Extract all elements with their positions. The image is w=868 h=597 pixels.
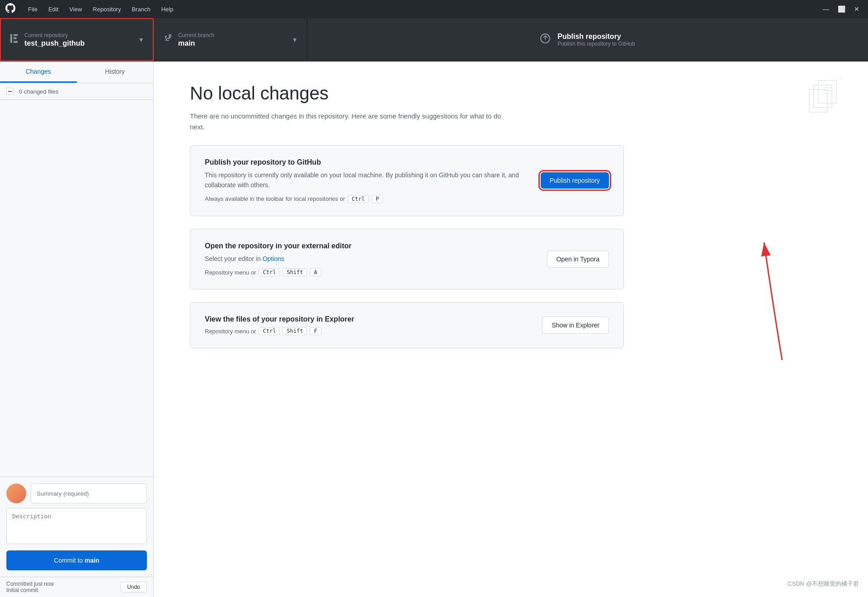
publish-icon (540, 33, 550, 46)
commit-area: Commit to main (0, 477, 153, 577)
github-logo-icon (5, 3, 15, 15)
changed-files-count: 0 changed files (19, 88, 58, 95)
publish-repository-button[interactable]: Publish repository (541, 172, 609, 189)
kbd-f: F (310, 327, 321, 335)
changed-files-bar: 0 changed files (0, 83, 153, 100)
summary-input[interactable] (31, 483, 147, 503)
publish-card-title: Publish your repository to GitHub (205, 158, 523, 166)
menu-repository[interactable]: Repository (93, 6, 121, 13)
publish-card-left: Publish your repository to GitHub This r… (205, 158, 523, 203)
menu-help[interactable]: Help (161, 6, 174, 13)
editor-card-desc: Select your editor in Options (205, 254, 529, 264)
publish-toolbar-section[interactable]: Publish repository Publish this reposito… (307, 18, 868, 61)
sidebar-tabs: Changes History (0, 62, 153, 83)
maximize-button[interactable]: ⬜ (837, 5, 845, 13)
repo-content: Current repository test_push_github (24, 32, 134, 47)
avatar (6, 483, 26, 503)
branch-label: Current branch (178, 32, 288, 38)
minimize-button[interactable]: — (822, 5, 830, 13)
branch-dropdown-icon: ▼ (292, 36, 298, 43)
repo-icon (9, 33, 19, 46)
publish-toolbar-subtitle: Publish this repository to GitHub (557, 41, 635, 47)
undo-button[interactable]: Undo (120, 582, 147, 592)
changed-files-checkbox[interactable] (6, 88, 14, 95)
no-changes-title: No local changes (190, 83, 832, 104)
tab-history[interactable]: History (77, 62, 154, 83)
current-branch-section[interactable]: Current branch main ▼ (154, 18, 307, 61)
repo-name: test_push_github (24, 39, 134, 47)
publish-card-hint: Always available in the toolbar for loca… (205, 195, 523, 203)
svg-rect-3 (14, 37, 17, 39)
kbd-p: P (372, 195, 383, 203)
svg-rect-0 (10, 34, 12, 43)
no-changes-desc: There are no uncommitted changes in this… (190, 111, 506, 133)
current-repo-section[interactable]: Current repository test_push_github ▼ (0, 18, 154, 61)
explorer-card-hint: Repository menu or Ctrl Shift F (205, 327, 524, 335)
description-input[interactable] (6, 508, 147, 544)
main-layout: Changes History 0 changed files Commit t… (0, 62, 868, 597)
sidebar-spacer (0, 100, 153, 477)
publish-card-desc: This repository is currently only availa… (205, 170, 523, 190)
svg-rect-4 (8, 91, 12, 92)
kbd-shift-2: Shift (283, 327, 307, 335)
svg-rect-1 (14, 34, 18, 36)
title-bar: File Edit View Repository Branch Help — … (0, 0, 868, 18)
window-controls: — ⬜ ✕ (822, 5, 861, 13)
branch-name: main (178, 39, 288, 47)
commit-top (6, 483, 147, 503)
kbd-shift: Shift (283, 268, 307, 276)
close-button[interactable]: ✕ (853, 5, 861, 13)
menu-edit[interactable]: Edit (48, 6, 58, 13)
editor-card-hint: Repository menu or Ctrl Shift A (205, 268, 529, 276)
committed-info: Committed just now Initial commit Undo (0, 577, 153, 597)
publish-content: Publish repository Publish this reposito… (557, 33, 635, 47)
explorer-card-left: View the files of your repository in Exp… (205, 315, 524, 335)
toolbar: Current repository test_push_github ▼ Cu… (0, 18, 868, 62)
svg-rect-6 (814, 85, 832, 108)
menu-branch[interactable]: Branch (132, 6, 150, 13)
branch-icon (163, 33, 173, 46)
editor-card: Open the repository in your external edi… (190, 229, 624, 289)
sidebar: Changes History 0 changed files Commit t… (0, 62, 154, 597)
repo-label: Current repository (24, 32, 134, 38)
repo-dropdown-icon: ▼ (138, 36, 144, 43)
watermark: CSDN @不想睡觉的橘子君 (788, 580, 859, 588)
publish-card: Publish your repository to GitHub This r… (190, 145, 624, 216)
options-link[interactable]: Options (263, 255, 284, 262)
branch-content: Current branch main (178, 32, 288, 47)
menu-file[interactable]: File (28, 6, 38, 13)
explorer-card-title: View the files of your repository in Exp… (205, 315, 524, 323)
kbd-a: A (310, 268, 321, 276)
content-area: No local changes There are no uncommitte… (154, 62, 868, 597)
tab-changes[interactable]: Changes (0, 62, 77, 83)
kbd-ctrl: Ctrl (348, 195, 369, 203)
open-in-typora-button[interactable]: Open in Typora (547, 251, 609, 268)
menu-bar: File Edit View Repository Branch Help (28, 6, 173, 13)
publish-toolbar-title: Publish repository (557, 33, 635, 41)
show-in-explorer-button[interactable]: Show in Explorer (542, 317, 609, 334)
commit-button[interactable]: Commit to main (6, 550, 147, 570)
kbd-ctrl-2: Ctrl (259, 268, 280, 276)
explorer-card: View the files of your repository in Exp… (190, 302, 624, 348)
annotation-arrow (728, 215, 818, 369)
kbd-ctrl-3: Ctrl (259, 327, 280, 335)
svg-rect-2 (14, 41, 18, 43)
decoration (805, 76, 850, 118)
committed-text: Committed just now Initial commit (6, 581, 54, 593)
menu-view[interactable]: View (69, 6, 82, 13)
editor-card-left: Open the repository in your external edi… (205, 242, 529, 276)
editor-card-title: Open the repository in your external edi… (205, 242, 529, 250)
